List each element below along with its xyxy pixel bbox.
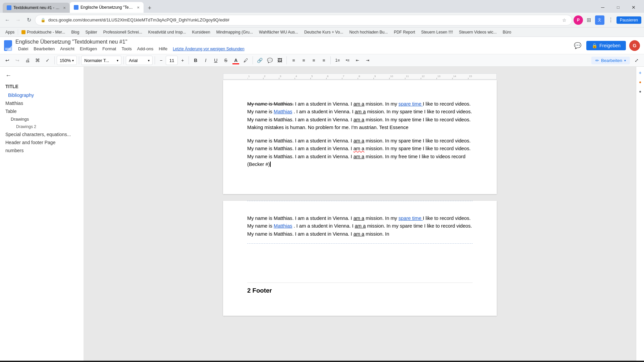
print-button[interactable]: 🖨 (23, 56, 32, 65)
docs-ui: Englische Übersetzung "Textdokument neu … (0, 37, 644, 361)
bookmark-star[interactable]: ☆ (562, 17, 567, 23)
sidebar-item-special[interactable]: Special characters, equations... (0, 130, 84, 138)
pausieren-btn[interactable]: Pausieren (616, 16, 641, 24)
menu-format[interactable]: Format (100, 46, 119, 52)
menu-tools[interactable]: Tools (119, 46, 134, 52)
right-comments-btn[interactable]: + (637, 69, 644, 76)
window-maximize[interactable]: □ (610, 2, 626, 13)
italic-button[interactable]: I (201, 56, 210, 65)
window-close[interactable]: ✕ (626, 2, 641, 13)
doc-title[interactable]: Englische Übersetzung "Textdokument neu … (15, 39, 247, 45)
menu-datei[interactable]: Datei (15, 46, 31, 52)
sidebar-back-btn[interactable]: ← (0, 69, 84, 82)
svg-text:2: 2 (264, 75, 266, 78)
bookmark-deutsche[interactable]: Deutsche Kurs + Vo... (302, 29, 346, 35)
translate-icon[interactable]: 文 (595, 15, 604, 25)
bookmark-professionell[interactable]: Professionell Schrei... (101, 29, 145, 35)
sidebar-item-title[interactable]: TITLE (0, 82, 84, 91)
link-matthias1[interactable]: Matthias (274, 109, 292, 114)
menu-dots[interactable]: ⋮ (606, 15, 615, 25)
align-left-button[interactable]: ≡ (289, 56, 298, 65)
comment-button[interactable]: 💬 (265, 56, 274, 65)
sidebar-item-matthias[interactable]: Matthias (0, 99, 84, 107)
comments-icon[interactable]: 💬 (572, 40, 583, 51)
indent-decrease-button[interactable]: ⇤ (353, 56, 362, 65)
link-spare-time2[interactable]: spare time (398, 216, 423, 221)
refresh-button[interactable]: ↻ (24, 15, 34, 25)
link-matthias2[interactable]: Matthias (274, 223, 292, 229)
paragraph2[interactable]: My name is Matthias. I am a student in V… (247, 137, 473, 169)
tab2-close[interactable]: ✕ (137, 6, 140, 9)
bookmark-apps[interactable]: Apps (3, 29, 17, 35)
bookmark-noch[interactable]: Noch hochladen Bu... (346, 29, 390, 35)
font-size-increase[interactable]: + (178, 56, 186, 64)
sidebar-item-table[interactable]: Table (0, 107, 84, 115)
back-button[interactable]: ← (3, 15, 12, 25)
style-select[interactable]: Normaler T... ▾ (81, 56, 121, 65)
link-spare-time[interactable]: spare time (398, 101, 423, 107)
right-panel-btn1[interactable]: ● (637, 79, 644, 85)
sidebar-item-header-footer[interactable]: Header and footer Page (0, 138, 84, 146)
bold-button[interactable]: B (191, 56, 200, 65)
bookmark-pdf[interactable]: PDF Report (391, 29, 418, 35)
indent-increase-button[interactable]: ⇥ (363, 56, 372, 65)
text-color-button[interactable]: A (231, 56, 240, 65)
spelling-button[interactable]: ✓ (43, 56, 52, 65)
unordered-list-button[interactable]: •≡ (343, 56, 352, 65)
redo-button[interactable]: ↪ (13, 56, 22, 65)
doc-page-content[interactable]: My name is Matthias. I am a student in V… (223, 80, 497, 194)
expand-button[interactable]: ⤢ (632, 56, 641, 65)
window-minimize[interactable]: ─ (595, 2, 610, 13)
menu-add-ons[interactable]: Add-ons (135, 46, 156, 52)
highlight-button[interactable]: 🖊 (241, 56, 251, 65)
image-button[interactable]: 🖼 (275, 56, 284, 65)
tab1-close[interactable]: ✕ (63, 6, 66, 10)
editing-mode-button[interactable]: ✏ Bearbeiten ▾ (591, 57, 630, 64)
font-select[interactable]: Arial ▾ (126, 56, 153, 65)
font-size-input[interactable]: 11 (166, 56, 178, 65)
bookmark-büro[interactable]: Büro (500, 29, 514, 35)
justify-button[interactable]: ≡ (319, 56, 328, 65)
tab-inactive[interactable]: Textdokument neu #1 - Google... ✕ (3, 3, 70, 13)
new-tab-button[interactable]: + (145, 3, 154, 13)
right-panel-btn2[interactable]: ● (637, 88, 644, 95)
forward-button[interactable]: → (13, 15, 23, 25)
ordered-list-button[interactable]: 1≡ (333, 56, 342, 65)
sidebar-item-numbers[interactable]: numbers (0, 146, 84, 155)
menu-bearbeiten[interactable]: Bearbeiten (31, 46, 57, 52)
sidebar-item-bibliography[interactable]: Bibliography (0, 91, 84, 99)
bookmark-kursideen[interactable]: Kursideen (190, 29, 213, 35)
align-center-button[interactable]: ≡ (299, 56, 308, 65)
underline-button[interactable]: U (211, 56, 220, 65)
font-size-value: 11 (169, 58, 174, 63)
bookmark-mindmapping[interactable]: Mindmapping (Gru... (214, 29, 256, 35)
menu-hilfe[interactable]: Hilfe (156, 46, 170, 52)
link-button[interactable]: 🔗 (255, 56, 264, 65)
profile-icon[interactable]: P (574, 15, 583, 25)
bookmark-später[interactable]: Später (83, 29, 100, 35)
user-avatar[interactable]: G (629, 40, 640, 51)
bookmark-blog[interactable]: Blog (68, 29, 82, 35)
zoom-select[interactable]: 150% ▾ (57, 56, 77, 65)
sidebar-item-drawings[interactable]: Drawings (0, 115, 84, 123)
bookmark-kreativität[interactable]: Kreativität und Insp... (146, 29, 189, 35)
sidebar-item-drawings2[interactable]: Drawings 2 (0, 123, 84, 130)
bookmark-produktsuche[interactable]: Produktsuche - Mer... (19, 29, 68, 35)
bookmark-steuern2[interactable]: Steuern Videos wic... (456, 29, 499, 35)
bookmark-steuern1[interactable]: Steuern Lesen !!!! (418, 29, 455, 35)
menu-ansicht[interactable]: Ansicht (57, 46, 77, 52)
tab-active[interactable]: Englische Übersetzung "Textdok... ✕ (70, 2, 144, 13)
menu-einfügen[interactable]: Einfügen (77, 46, 100, 52)
paragraph3[interactable]: My name is Matthias. I am a student in V… (247, 215, 473, 244)
align-right-button[interactable]: ≡ (309, 56, 318, 65)
paint-format-button[interactable]: ⌘ (33, 56, 42, 65)
strikethrough-button[interactable]: S (221, 56, 230, 65)
share-button[interactable]: 🔒 Freigeben (586, 41, 626, 50)
address-bar[interactable]: 🔒 docs.google.com/document/d/1LUS2XlmEQ1… (35, 15, 572, 25)
extensions-btn[interactable]: ⊞ (584, 15, 594, 25)
bookmark-wahlfächer[interactable]: Wahlfächer WU Aus... (256, 29, 301, 35)
paragraph1[interactable]: My name is Matthias. I am a student in V… (247, 100, 473, 132)
doc-page2-content[interactable]: My name is Matthias. I am a student in V… (223, 201, 497, 316)
undo-button[interactable]: ↩ (3, 56, 12, 65)
font-size-decrease[interactable]: − (157, 56, 165, 64)
